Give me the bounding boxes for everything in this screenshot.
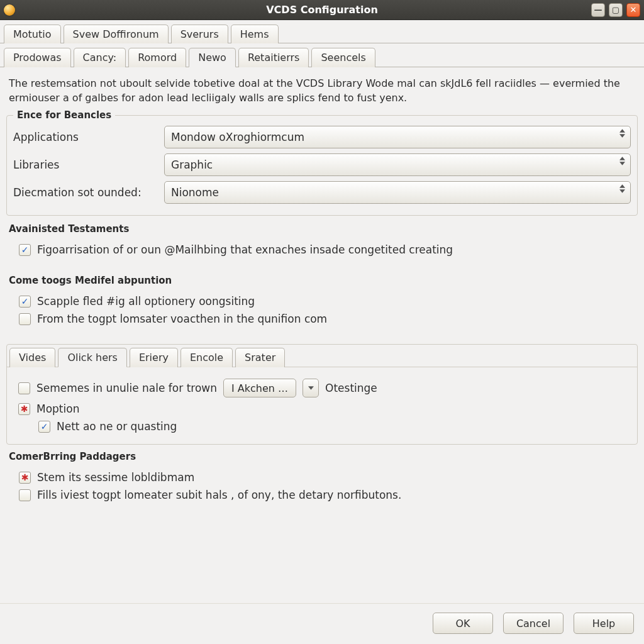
window-title: VCDS Configuration bbox=[0, 4, 644, 16]
innertab-vides[interactable]: Vides bbox=[9, 348, 55, 367]
check-stem[interactable]: ✱ bbox=[19, 472, 31, 484]
svg-marker-6 bbox=[308, 387, 314, 390]
spinner-icon bbox=[619, 129, 625, 138]
help-button[interactable]: Help bbox=[574, 613, 634, 634]
group-come: ✓ Scapple fled #ig all optionery oongsit… bbox=[6, 290, 638, 336]
dialog-footer: OK Cancel Help bbox=[0, 603, 644, 644]
akchen-button[interactable]: I Akchen … bbox=[223, 379, 296, 397]
group-comer-title: ComerBrring Paddagers bbox=[9, 451, 644, 462]
close-button[interactable]: ✕ bbox=[626, 3, 640, 17]
check-from-togpt[interactable] bbox=[19, 313, 31, 325]
check-nett[interactable]: ✓ bbox=[38, 421, 50, 433]
check-fills[interactable] bbox=[19, 489, 31, 501]
check-figoarrisation[interactable]: ✓ bbox=[19, 244, 31, 256]
cancel-button[interactable]: Cancel bbox=[503, 613, 564, 634]
svg-marker-2 bbox=[619, 157, 625, 160]
group-comer: ✱ Stem its sessime lobldibmam Fills ivie… bbox=[6, 466, 638, 513]
check-moption-label: Moption bbox=[36, 402, 79, 415]
combo-libraries[interactable]: Graphic bbox=[164, 153, 631, 176]
subtab-romord[interactable]: Romord bbox=[128, 48, 186, 67]
innertab-olick[interactable]: Olick hers bbox=[58, 348, 127, 367]
combo-diecmation-value: Nionome bbox=[171, 186, 219, 199]
label-diecmation: Diecmation sot ounded: bbox=[13, 186, 164, 199]
check-scapple-label: Scapple fled #ig all optionery oongsitin… bbox=[37, 295, 255, 308]
combo-diecmation[interactable]: Nionome bbox=[164, 181, 631, 204]
description-text: The restemsation not uboult selvide tobe… bbox=[0, 67, 644, 111]
group-come-title: Come toogs Medifel abpuntion bbox=[9, 275, 644, 286]
ok-button[interactable]: OK bbox=[433, 613, 493, 634]
titlebar: VCDS Configuration — ▢ ✕ bbox=[0, 0, 644, 20]
svg-marker-3 bbox=[619, 162, 625, 165]
group-avainisted: ✓ Figoarrisation of or oun @Mailhbing th… bbox=[6, 238, 638, 267]
label-applications: Applications bbox=[13, 131, 164, 143]
svg-marker-5 bbox=[619, 190, 625, 193]
subtab-prodowas[interactable]: Prodowas bbox=[4, 48, 71, 67]
check-stem-label: Stem its sessime lobldibmam bbox=[37, 471, 194, 484]
maximize-button[interactable]: ▢ bbox=[609, 3, 623, 17]
group-ence: Ence for Beancles Applications Mondow oX… bbox=[6, 115, 638, 216]
subtab-seencels[interactable]: Seencels bbox=[311, 48, 375, 67]
check-nett-label: Nett ao ne or quasting bbox=[57, 420, 177, 433]
check-scapple[interactable]: ✓ bbox=[19, 296, 31, 308]
subtab-cancy[interactable]: Cancy: bbox=[74, 48, 126, 67]
dropdown-button[interactable] bbox=[303, 379, 319, 397]
check-sememes[interactable] bbox=[18, 382, 30, 394]
combo-applications-value: Mondow oXroghiormcum bbox=[171, 131, 304, 143]
tail-otestinge: Otestinge bbox=[325, 382, 377, 394]
innertab-eriery[interactable]: Eriery bbox=[130, 348, 178, 367]
spinner-icon bbox=[619, 157, 625, 165]
svg-marker-1 bbox=[619, 135, 625, 138]
spinner-icon bbox=[619, 184, 625, 193]
tab-svew[interactable]: Svew Doffironum bbox=[64, 25, 169, 43]
app-icon bbox=[4, 4, 15, 16]
tab-sverurs[interactable]: Sverurs bbox=[171, 25, 228, 43]
label-libraries: Libraries bbox=[13, 158, 164, 171]
check-from-togpt-label: From the togpt lomsater voacthen in the … bbox=[37, 313, 327, 325]
minimize-button[interactable]: — bbox=[591, 3, 605, 17]
inner-tabs-panel: Vides Olick hers Eriery Encole Srater Se… bbox=[6, 344, 638, 445]
check-fills-label: Fills iviest togpt lomeater subit hals ,… bbox=[37, 489, 401, 501]
combo-applications[interactable]: Mondow oXroghiormcum bbox=[164, 126, 631, 148]
tab-motutio[interactable]: Motutio bbox=[4, 25, 61, 43]
svg-marker-4 bbox=[619, 185, 625, 188]
subtab-newo[interactable]: Newo bbox=[189, 48, 236, 67]
sub-tabbar: Prodowas Cancy: Romord Newo Retaitierrs … bbox=[0, 43, 644, 67]
group-avainisted-title: Avainisted Testaments bbox=[9, 223, 644, 235]
group-ence-title: Ence for Beancles bbox=[13, 109, 115, 121]
subtab-retaitierrs[interactable]: Retaitierrs bbox=[238, 48, 309, 67]
check-moption[interactable]: ✱ bbox=[18, 403, 30, 415]
innertab-encole[interactable]: Encole bbox=[180, 348, 233, 367]
tab-hems[interactable]: Hems bbox=[231, 25, 279, 43]
combo-libraries-value: Graphic bbox=[171, 158, 213, 171]
top-tabbar: Motutio Svew Doffironum Sverurs Hems bbox=[0, 20, 644, 43]
innertab-srater[interactable]: Srater bbox=[235, 348, 285, 367]
svg-marker-0 bbox=[619, 130, 625, 133]
check-sememes-label: Sememes in unulie nale for trown bbox=[36, 382, 217, 394]
check-figoarrisation-label: Figoarrisation of or oun @Mailhbing that… bbox=[37, 243, 453, 256]
